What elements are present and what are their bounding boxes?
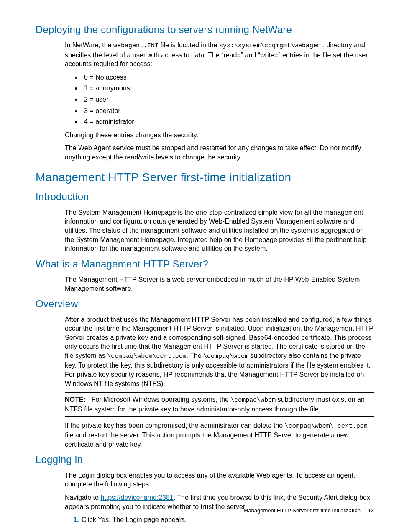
heading-deploying-netware: Deploying the configurations to servers … xyxy=(36,23,374,36)
list-item: 0 = No access xyxy=(82,73,374,82)
paragraph: The System Management Homepage is the on… xyxy=(65,208,374,253)
paragraph: After a product that uses the Management… xyxy=(65,315,374,388)
section-overview-body: After a product that uses the Management… xyxy=(65,315,374,449)
code-inline: \compaq\wbem xyxy=(230,397,276,404)
device-url-link[interactable]: https://devicename:2381 xyxy=(100,494,173,501)
text: For Microsoft Windows operating systems,… xyxy=(92,396,231,403)
heading-logging-in: Logging in xyxy=(36,453,374,466)
note-label: NOTE: xyxy=(65,396,86,403)
section-deploying-body: In NetWare, the webagent.INI file is loc… xyxy=(65,41,374,162)
step-number: 1. xyxy=(73,515,82,524)
paragraph: If the private key has been compromised,… xyxy=(65,421,374,449)
section-what-is-body: The Management HTTP Server is a web serv… xyxy=(65,275,374,293)
note-callout: NOTE:For Microsoft Windows operating sys… xyxy=(65,392,374,417)
text: Navigate to xyxy=(65,494,100,501)
section-logging-in-body: The Login dialog box enables you to acce… xyxy=(65,471,374,524)
code-inline: sys:\system\cpqmgmt\webagent xyxy=(219,42,325,49)
text: In NetWare, the xyxy=(65,41,113,49)
text: If the private key has been compromised,… xyxy=(65,422,285,429)
heading-what-is-server: What is a Management HTTP Server? xyxy=(36,257,374,271)
list-item: 2 = user xyxy=(82,95,374,104)
page-number: 13 xyxy=(368,507,374,514)
paragraph: The Login dialog box enables you to acce… xyxy=(65,471,374,489)
section-introduction-body: The System Management Homepage is the on… xyxy=(65,208,374,253)
list-item: 1.Click Yes. The Login page appears. xyxy=(73,515,374,524)
paragraph: Changing these entries changes the secur… xyxy=(65,131,374,140)
code-inline: \compaq\wbem\ cert.pem xyxy=(285,423,368,430)
paragraph: In NetWare, the webagent.INI file is loc… xyxy=(65,41,374,68)
step-text: Click Yes. The Login page appears. xyxy=(82,516,187,523)
document-page: Deploying the configurations to servers … xyxy=(0,0,399,532)
code-inline: \compaq\wbem xyxy=(203,353,248,360)
access-level-list: 0 = No access 1 = anonymous 2 = user 3 =… xyxy=(65,73,374,126)
paragraph: The Management HTTP Server is a web serv… xyxy=(65,275,374,293)
footer-title: Management HTTP Server first-time initia… xyxy=(244,507,361,514)
text: file and restart the server. This action… xyxy=(65,432,349,448)
heading-management-http-init: Management HTTP Server first-time initia… xyxy=(36,170,374,185)
code-inline: webagent.INI xyxy=(113,42,159,49)
paragraph: The Web Agent service must be stopped an… xyxy=(65,144,374,162)
list-item: 4 = administrator xyxy=(82,117,374,126)
code-inline: \compaq\wbem\cert.pem xyxy=(107,353,186,360)
page-footer: Management HTTP Server first-time initia… xyxy=(244,507,374,514)
text: . The xyxy=(186,352,203,359)
list-item: 1 = anonymous xyxy=(82,84,374,93)
list-item: 3 = operator xyxy=(82,106,374,116)
text: file is located in the xyxy=(159,41,219,49)
heading-overview: Overview xyxy=(36,297,374,311)
login-steps-list: 1.Click Yes. The Login page appears. xyxy=(65,515,374,524)
heading-introduction: Introduction xyxy=(36,190,374,203)
